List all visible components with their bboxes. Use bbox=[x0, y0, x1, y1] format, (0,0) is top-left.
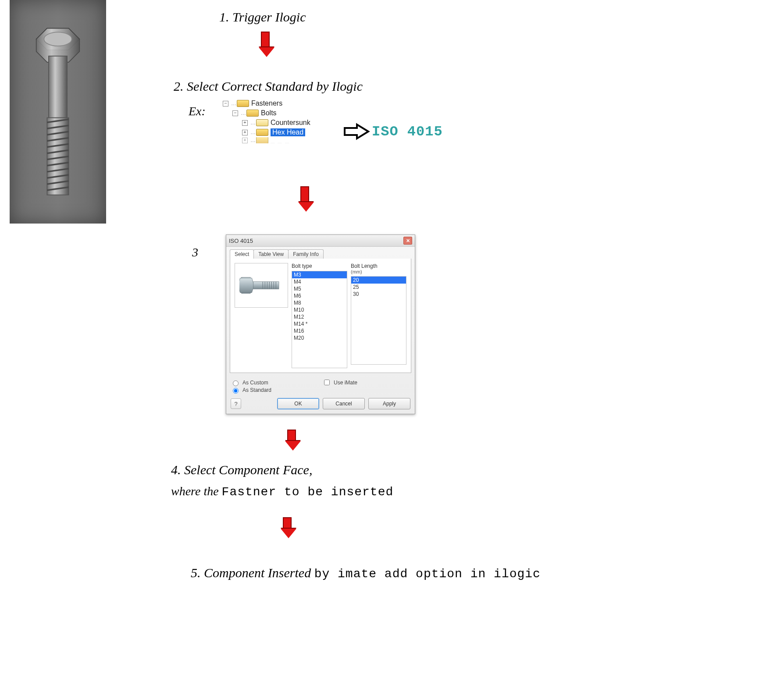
svg-point-2 bbox=[44, 32, 71, 46]
bolt-type-list[interactable]: M3M4M5M6M8M10M12M14 *M16M20 bbox=[292, 271, 347, 368]
svg-rect-3 bbox=[49, 56, 67, 118]
bolt-3d-render bbox=[10, 0, 106, 224]
tree-label: Bolts bbox=[261, 109, 277, 117]
list-item[interactable]: M5 bbox=[292, 285, 347, 292]
bolt-preview bbox=[235, 263, 288, 308]
list-item[interactable]: M10 bbox=[292, 306, 347, 313]
tab-family-info[interactable]: Family Info bbox=[288, 249, 324, 259]
tab-table-view[interactable]: Table View bbox=[253, 249, 289, 259]
step-3-label: 3 bbox=[192, 245, 198, 259]
tree-node-fasteners[interactable]: −… Fasteners bbox=[223, 99, 341, 108]
arrow-right-icon bbox=[344, 123, 370, 140]
step-5-label-a: 5. Component Inserted bbox=[191, 565, 314, 580]
ok-button[interactable]: OK bbox=[277, 398, 319, 409]
step-5-label-b: by imate add option in ilogic bbox=[314, 567, 541, 581]
step-4-label-line1: 4. Select Component Face, bbox=[171, 462, 312, 477]
list-item[interactable]: M6 bbox=[292, 292, 347, 299]
step-4-label-line2b: Fastner to be inserted bbox=[222, 485, 394, 499]
svg-marker-18 bbox=[239, 278, 254, 292]
bolt-length-unit: (mm) bbox=[351, 269, 406, 274]
arrow-down-icon bbox=[281, 517, 294, 542]
list-item[interactable]: M16 bbox=[292, 327, 347, 334]
step-2-label: 2. Select Correct Standard by Ilogic bbox=[174, 79, 363, 94]
step-4-label-line2a: where the bbox=[171, 484, 222, 498]
bolt-length-list[interactable]: 202530 bbox=[351, 276, 406, 365]
list-item[interactable]: M3 bbox=[292, 271, 347, 278]
example-label: Ex: bbox=[189, 104, 206, 118]
list-item[interactable]: M20 bbox=[292, 334, 347, 341]
list-item[interactable]: 30 bbox=[351, 291, 406, 298]
arrow-down-icon bbox=[285, 430, 298, 454]
diagram-stage: 1. Trigger Ilogic 2. Select Correct Stan… bbox=[0, 0, 784, 675]
svg-rect-19 bbox=[253, 282, 279, 289]
list-item[interactable]: M12 bbox=[292, 313, 347, 320]
tree-label: Fasteners bbox=[251, 99, 282, 107]
close-icon[interactable]: ✕ bbox=[403, 237, 412, 245]
iso-part-dialog: ISO 4015 ✕ Select Table View Family Info bbox=[226, 234, 415, 414]
list-item[interactable]: M4 bbox=[292, 278, 347, 285]
category-tree: −… Fasteners −… Bolts +… Countersunk +… … bbox=[223, 99, 341, 143]
step-1-label: 1. Trigger Ilogic bbox=[219, 10, 306, 25]
tree-node-bolts[interactable]: −… Bolts bbox=[223, 108, 341, 118]
use-imate-checkbox[interactable]: Use iMate bbox=[322, 378, 410, 387]
as-standard-radio[interactable]: As Standard bbox=[231, 387, 319, 394]
arrow-down-icon bbox=[298, 186, 311, 211]
apply-button[interactable]: Apply bbox=[368, 398, 410, 409]
arrow-down-icon bbox=[259, 32, 272, 56]
tree-label: Hex Head bbox=[271, 128, 305, 136]
tree-label: Countersunk bbox=[271, 119, 310, 127]
cancel-button[interactable]: Cancel bbox=[323, 398, 365, 409]
tab-select[interactable]: Select bbox=[230, 249, 254, 259]
as-custom-radio[interactable]: As Custom bbox=[231, 379, 319, 386]
list-item[interactable]: M8 bbox=[292, 299, 347, 306]
dialog-titlebar[interactable]: ISO 4015 ✕ bbox=[226, 235, 415, 247]
help-button[interactable]: ? bbox=[231, 398, 241, 409]
dialog-title: ISO 4015 bbox=[229, 238, 253, 244]
list-item[interactable]: 25 bbox=[351, 284, 406, 291]
list-item[interactable]: M14 * bbox=[292, 320, 347, 327]
tree-node-hexhead[interactable]: +… Hex Head bbox=[223, 128, 341, 137]
bolt-type-header: Bolt type bbox=[292, 263, 347, 269]
iso-standard-label: ISO 4015 bbox=[372, 124, 443, 140]
bolt-length-header: Bolt Length bbox=[351, 263, 406, 269]
tree-node-countersunk[interactable]: +… Countersunk bbox=[223, 118, 341, 128]
list-item[interactable]: 20 bbox=[351, 277, 406, 284]
